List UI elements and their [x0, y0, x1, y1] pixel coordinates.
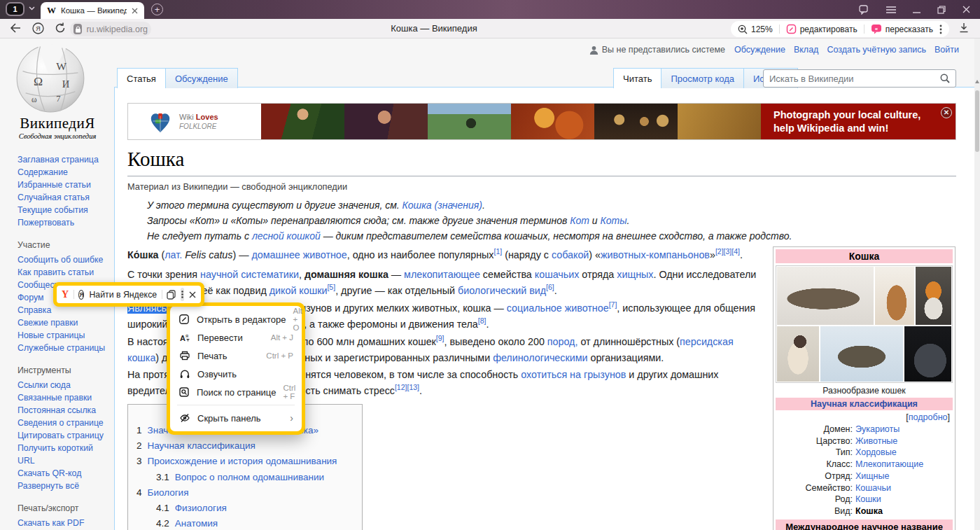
yandex-home-icon[interactable]: Я: [32, 22, 44, 34]
tab-talk[interactable]: Обсуждение: [165, 68, 238, 88]
browser-tab[interactable]: W Кошка — Википедия: [41, 2, 144, 19]
wiki-loves-folklore-banner[interactable]: Wiki Loves FOLKLORE Photograph your loca…: [127, 103, 956, 140]
sidebar-link[interactable]: Сведения о странице: [18, 417, 107, 429]
sidebar-link[interactable]: Содержание: [18, 166, 107, 179]
sidebar-link[interactable]: Скачать как PDF: [18, 517, 107, 529]
scrollbar-thumb[interactable]: [975, 90, 979, 152]
tab-article[interactable]: Статья: [117, 68, 166, 88]
wikipedia-globe-icon: Ω W И 7 ω: [14, 41, 87, 113]
tab-group-button[interactable]: 1: [6, 2, 24, 16]
rank-value[interactable]: Животные: [855, 435, 897, 447]
menu-shortcut: Alt + O: [293, 307, 302, 332]
findbar-more-button[interactable]: [181, 288, 184, 301]
personal-link[interactable]: Войти: [934, 45, 959, 55]
cat-photo-1[interactable]: [777, 267, 874, 325]
rank-value[interactable]: Кошки: [855, 494, 881, 505]
personal-link[interactable]: Создать учётную запись: [827, 45, 926, 55]
personal-link[interactable]: Обсуждение: [734, 45, 785, 55]
sidebar-link[interactable]: Ссылки сюда: [18, 379, 107, 391]
sidebar-link[interactable]: Избранные статьи: [18, 179, 107, 191]
classification-rows: Домен: Эукариоты Царство: Животные Тип: …: [776, 424, 953, 517]
search-icon[interactable]: [934, 74, 955, 83]
rank-value[interactable]: Хищные: [855, 470, 889, 482]
retell-button[interactable]: « пересказать: [871, 24, 933, 34]
sidebar-link[interactable]: Заглавная страница: [18, 153, 107, 166]
refresh-icon[interactable]: [55, 22, 66, 34]
sidebar-link[interactable]: Служебные страницы: [18, 342, 107, 354]
sidebar-link[interactable]: Текущие события: [18, 204, 107, 216]
personal-link[interactable]: Вклад: [794, 45, 819, 55]
banner-message-area[interactable]: Photograph your local culture, help Wiki…: [761, 104, 955, 139]
tab-read[interactable]: Читать: [613, 68, 662, 88]
download-icon[interactable]: [959, 22, 969, 33]
classification-row: Тип: Хордовые: [776, 447, 953, 459]
menu-item-translate[interactable]: Aя Перевести Alt + J: [170, 328, 302, 347]
close-icon[interactable]: [962, 6, 970, 13]
rank-value[interactable]: Кошка: [855, 505, 883, 517]
cat-photo-3[interactable]: [916, 267, 951, 325]
sidebar-link[interactable]: Как править статьи: [18, 266, 107, 279]
divider: [864, 25, 864, 34]
chevron-down-icon[interactable]: [29, 6, 35, 11]
cat-collage: [776, 265, 953, 383]
scrollbar[interactable]: [974, 39, 980, 530]
sidebar-link[interactable]: Получить короткий URL: [18, 442, 107, 467]
toc-item: 2Научная классификация: [136, 438, 362, 454]
rank-value[interactable]: Хордовые: [855, 447, 897, 459]
menu-item-print[interactable]: Печать Ctrl + P: [170, 347, 302, 365]
edit-button[interactable]: редактировать: [786, 24, 858, 34]
cat-photo-2[interactable]: [875, 267, 915, 325]
yandex-y-icon[interactable]: Y: [62, 289, 69, 300]
copy-icon[interactable]: [167, 290, 176, 300]
address-bar[interactable]: ru.wikipedia.org: [70, 22, 151, 36]
cat-photo-4[interactable]: [777, 326, 819, 382]
sidebar-link[interactable]: Связанные правки: [18, 391, 107, 404]
retell-icon: «: [871, 24, 882, 34]
svg-text:я: я: [186, 333, 188, 339]
chat-icon[interactable]: [859, 5, 869, 15]
rank-value[interactable]: Кошачьи: [855, 482, 891, 494]
zoom-control[interactable]: 125%: [738, 25, 773, 34]
nav-section-header: Инструменты: [18, 364, 107, 377]
sidebar-link[interactable]: Постоянная ссылка: [18, 404, 107, 417]
sidebar-link[interactable]: Сообщить об ошибке: [18, 253, 107, 266]
sidebar-link[interactable]: Цитировать страницу: [18, 429, 107, 442]
banner-close-icon[interactable]: ✕: [941, 107, 952, 118]
classification-row: Отряд: Хищные: [776, 470, 953, 482]
classification-detail-link[interactable]: [подробно]: [776, 410, 953, 424]
sidebar-link[interactable]: Случайная статья: [18, 191, 107, 204]
banner-brand: Wiki Loves FOLKLORE: [179, 113, 218, 131]
scroll-up-icon[interactable]: [975, 80, 979, 83]
tab-view-source[interactable]: Просмотр кода: [661, 68, 744, 88]
toolbar-more-icon[interactable]: [939, 25, 942, 34]
page-title[interactable]: Кошка — Википедия: [168, 23, 700, 34]
search-input[interactable]: [764, 74, 934, 84]
minimize-icon[interactable]: [913, 6, 920, 13]
back-icon[interactable]: [10, 23, 21, 33]
wikipedia-logo[interactable]: Ω W И 7 ω ВикипедиЯ Свободная энциклопед…: [14, 41, 101, 140]
sidebar-link[interactable]: Новые страницы: [18, 329, 107, 342]
sidebar-link[interactable]: Скачать QR-код: [18, 467, 107, 480]
rank-value[interactable]: Эукариоты: [855, 424, 899, 435]
new-tab-button[interactable]: +: [151, 4, 163, 15]
banner-message: Photograph your local culture, help Wiki…: [774, 109, 936, 135]
find-in-yandex-button[interactable]: Найти в Яндексе: [89, 290, 157, 300]
sidebar-link[interactable]: Пожертвовать: [18, 216, 107, 229]
findbar-close-icon[interactable]: [189, 291, 196, 298]
menu-item-open-in-editor[interactable]: Открыть в редакторе Alt + O: [170, 310, 302, 328]
restore-icon[interactable]: [937, 6, 946, 14]
menu-icon[interactable]: [886, 6, 896, 13]
rank-value[interactable]: Млекопитающие: [855, 459, 923, 470]
cat-photo-6[interactable]: [904, 326, 951, 382]
lock-icon[interactable]: [74, 24, 82, 34]
wiki-search[interactable]: [763, 69, 956, 88]
toc-item: 3Происхождение и история одомашнивания: [136, 454, 362, 469]
sidebar-link[interactable]: Развернуть всё: [18, 480, 107, 492]
sidebar-link[interactable]: Свежие правки: [18, 316, 107, 329]
chevron-right-icon: ›: [290, 412, 293, 424]
menu-item-hide-panel[interactable]: Скрыть панель ›: [170, 409, 302, 427]
tab-close-icon[interactable]: [132, 8, 138, 14]
menu-item-read-aloud[interactable]: Озвучить: [170, 365, 302, 383]
menu-item-find-on-page[interactable]: Поиск по странице Ctrl + F: [170, 383, 302, 401]
cat-photo-5[interactable]: [820, 326, 903, 382]
